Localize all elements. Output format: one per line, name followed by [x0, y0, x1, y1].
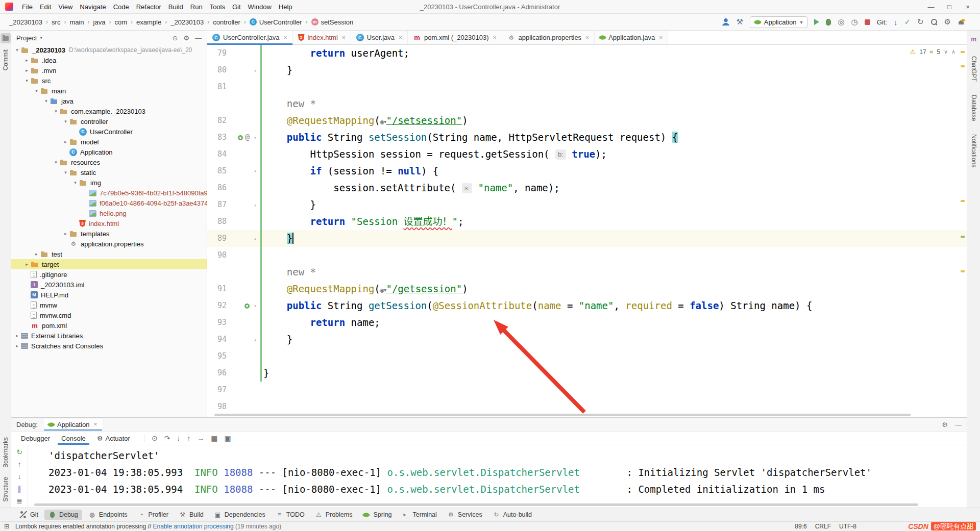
tree-chevron-icon[interactable]: ▸: [13, 343, 21, 348]
fold-marker-icon[interactable]: [251, 180, 259, 196]
status-message-link[interactable]: Enable annotation processing: [153, 523, 234, 530]
code-line-92[interactable]: 92▾ public String getSession(@SessionAtt…: [207, 297, 967, 314]
search-everywhere-icon[interactable]: [930, 18, 938, 26]
gear-icon[interactable]: ⚙: [183, 34, 189, 42]
debug-button[interactable]: [826, 19, 831, 26]
stripe-item-chatgpt[interactable]: ChatGPT: [970, 56, 977, 82]
tree-item[interactable]: Application: [11, 147, 207, 157]
fold-marker-icon[interactable]: ▾: [251, 129, 259, 146]
code-line-79[interactable]: 79 return userAgent;: [207, 45, 967, 62]
toolwindow-button-problems[interactable]: ⚠Problems: [311, 510, 357, 520]
tree-item[interactable]: ▸model: [11, 137, 207, 147]
tree-item[interactable]: UserController: [11, 127, 207, 137]
menu-code[interactable]: Code: [110, 2, 133, 12]
tree-chevron-icon[interactable]: ▾: [62, 119, 69, 124]
code-line-85[interactable]: 85▾ if (session != null) {: [207, 163, 967, 180]
code-line-95[interactable]: 95: [207, 348, 967, 365]
menu-refactor[interactable]: Refactor: [133, 2, 165, 12]
run-to-cursor-icon[interactable]: →: [197, 434, 204, 442]
step-over-icon[interactable]: ↷: [164, 434, 170, 442]
inspections-widget[interactable]: ⚠ 17 ≈ 5 ∨ ∧: [910, 48, 955, 56]
rerun-icon[interactable]: ↻: [16, 448, 22, 456]
caret-position[interactable]: 89:6: [795, 523, 806, 530]
stripe-item-bookmarks[interactable]: Bookmarks: [2, 437, 9, 468]
tree-item[interactable]: ▾controller: [11, 116, 207, 127]
editor-tab[interactable]: Application.java×: [595, 31, 668, 44]
profiler-icon[interactable]: ◷: [851, 17, 858, 27]
tree-item[interactable]: ▾java: [11, 96, 207, 106]
tree-chevron-icon[interactable]: ▸: [23, 58, 31, 63]
toolwindow-button-endpoints[interactable]: ◍Endpoints: [84, 510, 132, 520]
toolwindow-button-auto-build[interactable]: ↻Auto-build: [488, 510, 536, 520]
debug-tab-debugger[interactable]: Debugger: [15, 433, 56, 444]
code-line-91[interactable]: 91 @RequestMapping(◉▾"/getsession"): [207, 281, 967, 297]
editor-tab[interactable]: index.html×: [293, 31, 351, 44]
toolwindow-button-dependencies[interactable]: ▣Dependencies: [210, 510, 270, 520]
tree-item[interactable]: ▸test: [11, 249, 207, 259]
history-icon[interactable]: ↻: [917, 17, 924, 27]
tree-item[interactable]: 7c79b0e5-936f-4b02-bf1f-548090fa9bd8: [11, 188, 207, 198]
breadcrumb-item[interactable]: example: [136, 18, 161, 26]
tree-item[interactable]: ▾main: [11, 86, 207, 96]
tree-chevron-icon[interactable]: ▾: [33, 88, 40, 93]
tree-item[interactable]: ▸.idea: [11, 55, 207, 65]
code-line-90[interactable]: 90: [207, 247, 967, 264]
tree-item[interactable]: ▾_20230103D:\workspace\workspace_javaee\…: [11, 45, 207, 55]
file-encoding[interactable]: UTF-8: [839, 523, 856, 530]
tree-item[interactable]: _20230103.iml: [11, 280, 207, 290]
tab-close-icon[interactable]: ×: [342, 34, 346, 41]
tree-item[interactable]: ▸target: [11, 259, 207, 269]
debug-tab-actuator[interactable]: ⚙Actuator: [91, 433, 136, 444]
toolwindow-button-git[interactable]: Git: [15, 510, 42, 520]
editor-tab[interactable]: ⚙application.properties×: [502, 31, 595, 44]
debug-tab-console[interactable]: Console: [56, 433, 91, 444]
toolwindow-button-terminal[interactable]: >_Terminal: [398, 510, 441, 520]
tab-close-icon[interactable]: ×: [585, 34, 589, 41]
fold-marker-icon[interactable]: ▴: [251, 230, 259, 247]
menu-window[interactable]: Window: [244, 2, 275, 12]
pause-icon[interactable]: ∥: [18, 485, 21, 493]
code-line-86[interactable]: 86 session.setAttribute( s: "name", name…: [207, 180, 967, 196]
code-line-87[interactable]: 87▴ }: [207, 196, 967, 213]
tab-close-icon[interactable]: ×: [659, 34, 663, 41]
run-configuration-select[interactable]: Application ▾: [750, 16, 808, 28]
code-line-83[interactable]: 83@▾ public String setSession(String nam…: [207, 129, 967, 146]
tree-item[interactable]: ⚙application.properties: [11, 239, 207, 249]
editor[interactable]: 79 return userAgent;80▴ }81 new *82 @Req…: [207, 45, 967, 417]
code-line-82[interactable]: 82 @RequestMapping(◉▾"/setsession"): [207, 112, 967, 129]
fold-marker-icon[interactable]: [251, 79, 259, 95]
toolwindow-button-spring[interactable]: Spring: [358, 510, 396, 520]
tree-chevron-icon[interactable]: ▾: [42, 98, 50, 104]
stripe-item-commit[interactable]: Commit: [2, 49, 9, 70]
tree-item[interactable]: ▸.mvn: [11, 65, 207, 75]
tree-item[interactable]: ▸External Libraries: [11, 331, 207, 341]
menu-git[interactable]: Git: [229, 2, 244, 12]
code-line-84[interactable]: 84 HttpSession session = request.getSess…: [207, 146, 967, 163]
code-line-97[interactable]: 97: [207, 382, 967, 398]
fold-marker-icon[interactable]: [251, 365, 259, 382]
tree-chevron-icon[interactable]: ▾: [52, 160, 60, 165]
project-tool-button[interactable]: [1, 33, 11, 43]
breadcrumb-item[interactable]: _20230103: [170, 18, 204, 26]
prev-problem-icon[interactable]: ∧: [951, 48, 955, 55]
console-output[interactable]: 'dispatcherServlet'2023-01-04 19:38:05.9…: [28, 445, 967, 508]
tree-item[interactable]: ▾src: [11, 75, 207, 86]
next-problem-icon[interactable]: ∨: [944, 48, 948, 55]
tree-chevron-icon[interactable]: ▸: [23, 68, 31, 73]
tree-item[interactable]: ▾static: [11, 167, 207, 178]
coverage-icon[interactable]: ◎: [838, 17, 844, 27]
tree-item[interactable]: HELP.md: [11, 290, 207, 300]
code-line[interactable]: new *: [207, 264, 967, 281]
hide-panel-icon[interactable]: —: [955, 421, 962, 428]
tool-windows-icon[interactable]: ⊞: [4, 523, 9, 530]
menu-tools[interactable]: Tools: [206, 2, 229, 12]
toolwindow-button-todo[interactable]: ≡TODO: [272, 510, 309, 520]
fold-marker-icon[interactable]: [251, 382, 259, 398]
tree-item[interactable]: ▾resources: [11, 157, 207, 167]
stripe-item-structure[interactable]: Structure: [2, 477, 9, 502]
close-icon[interactable]: ×: [94, 421, 97, 428]
console-options-icon[interactable]: ≣: [16, 497, 22, 505]
settings-icon[interactable]: ⚙: [944, 17, 951, 27]
horizontal-scrollbar[interactable]: [214, 414, 911, 416]
spring-bean-icon[interactable]: [244, 304, 250, 309]
